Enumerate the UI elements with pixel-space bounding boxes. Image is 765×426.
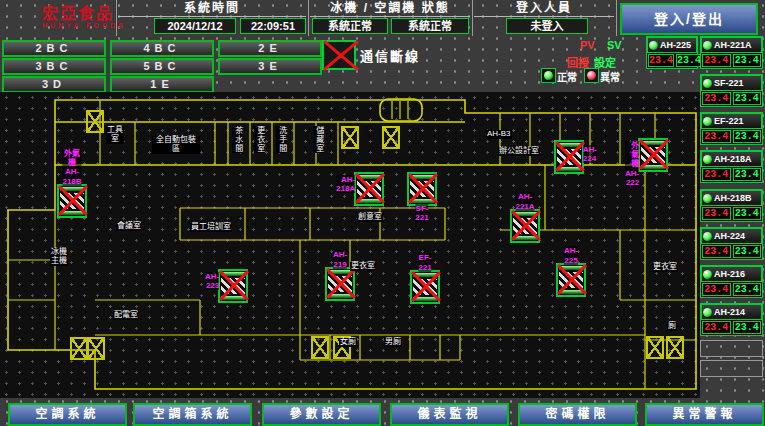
fan-unit-icon-外氣機-AH-218B[interactable]: 外氣機 AH-218B [57,184,87,218]
menu-button-空調系統[interactable]: 空調系統 [8,403,127,426]
floor-button-4BC[interactable]: 4BC [110,40,214,57]
room-label: 洗手間 [276,126,287,153]
unit-values-AH-224: 23.423.4 [700,243,763,260]
fan-unit-icon-AH-225[interactable]: AH-225 [556,263,586,297]
unit-values-EF-221: 23.423.4 [700,128,763,145]
hmi-root: 宏亞食品 HUNYA FOODS 系統時間 2024/12/12 22:09:5… [0,0,765,426]
fan-unit-label: AH-218A [336,175,355,193]
unit-name: AH-218A [714,154,752,164]
unit-pv-value: 23.4 [702,321,731,334]
fan-unit-icon-AH-218A[interactable]: AH-218A [354,172,384,206]
unit-name: AH-214 [714,307,745,317]
floor-button-5BC[interactable]: 5BC [110,58,214,75]
menu-button-異常警報[interactable]: 異常警報 [645,403,764,426]
room-label: 工具 室 [106,126,124,144]
unit-values-AH-225: 23.423.4 [646,52,698,69]
empty-unit-slot [700,340,763,357]
unit-name: AH-225 [660,40,691,50]
room-label: 儲藏室 [313,126,324,153]
system-clock-value: 22:09:51 [240,18,306,34]
menu-button-密碼權限[interactable]: 密碼權限 [518,403,637,426]
fan-unit-label: SF-221 [415,204,428,222]
unit-values-AH-216: 23.423.4 [700,281,763,298]
ahu-status-value: 系統正常 [391,18,469,34]
stairwell-icon [70,337,88,360]
floor-button-1E[interactable]: 1E [110,76,214,93]
system-date-value: 2024/12/12 [154,18,236,34]
unit-pv-value: 23.4 [702,130,731,143]
abnormal-led-label: 異常 [600,69,620,84]
header-divider [308,0,309,36]
unit-name: AH-221A [714,40,752,50]
header-divider [616,0,617,36]
unit-pv-value: 23.4 [702,245,731,258]
unit-status-led-icon [649,41,658,50]
fan-unit-icon-AH-219[interactable]: AH-219 [325,267,355,301]
unit-values-AH-218B: 23.423.4 [700,205,763,222]
fan-unit-label: AH-221A [515,192,534,210]
unit-status-led-icon [703,232,712,241]
floor-button-2BC[interactable]: 2BC [2,40,106,57]
menu-button-空調箱系統[interactable]: 空調箱系統 [133,403,252,426]
floor-button-2E[interactable]: 2E [218,40,322,57]
brand-name-en: HUNYA FOODS [42,22,126,29]
room-label: 配電室 [113,311,139,320]
unit-sv-value: 23.4 [676,54,702,67]
unit-sv-value: 23.4 [733,92,762,105]
fan-unit-icon-外氣機-AH-222[interactable]: 外氣機 AH-222 [638,138,668,172]
menu-button-參數設定[interactable]: 參數設定 [262,403,381,426]
room-label: 辦公設計室 [498,147,540,156]
room-label: 全自動包裝區 [152,136,200,154]
comm-offline-label: 通信斷線 [360,46,420,65]
floor-button-3D[interactable]: 3D [2,76,106,93]
room-label: 創意室 [357,213,383,222]
fan-unit-icon-AH-224[interactable]: AH-224 [554,140,584,174]
login-user-label: 登入人員 [474,1,614,17]
unit-name: SF-221 [714,78,744,88]
room-label: 更衣室 [350,262,376,271]
room-label: 更衣室 [254,126,265,153]
unit-status-led-icon [703,194,712,203]
unit-sv-value: 23.4 [733,321,762,334]
unit-status-led-icon [703,270,712,279]
header-divider [116,0,117,36]
unit-values-SF-221: 23.423.4 [700,90,763,107]
brand-name: 宏亞食品 [42,6,126,22]
unit-sv-value: 23.4 [733,54,762,67]
unit-values-AH-218A: 23.423.4 [700,166,763,183]
unit-sv-value: 23.4 [733,245,762,258]
fan-unit-label: AH-219 [333,250,347,268]
unit-status-led-icon [703,79,712,88]
unit-sv-value: 23.4 [733,168,762,181]
room-label: 茶水間 [232,126,243,153]
unit-pv-value: 23.4 [702,54,731,67]
floor-button-3E[interactable]: 3E [218,58,322,75]
brand-emblem-icon [4,2,38,32]
unit-name: AH-218B [714,193,752,203]
fan-unit-icon-AH-221A[interactable]: AH-221A [510,209,540,243]
menu-button-儀表監視[interactable]: 儀表監視 [390,403,509,426]
fan-unit-icon-AH-223[interactable]: AH-223 [218,269,248,303]
login-logout-button[interactable]: 登入/登出 [620,3,758,35]
unit-name: EF-221 [714,116,744,126]
legend-pv: PV [580,39,595,51]
floor-button-3BC[interactable]: 3BC [2,58,106,75]
unit-values-AH-214: 23.423.4 [700,319,763,336]
unit-status-led-icon [703,117,712,126]
login-status-value: 未登入 [506,18,588,34]
fan-unit-label: AH-223 [205,272,219,290]
stairwell-icon [646,336,664,359]
unit-status-led-icon [703,155,712,164]
chiller-status-value: 系統正常 [312,18,388,34]
unit-pv-value: 23.4 [702,92,731,105]
room-label: 更衣室 [652,263,678,272]
fan-unit-icon-SF-221[interactable]: SF-221 [407,172,437,206]
unit-name: AH-216 [714,269,745,279]
floor-plan: 外氣機 AH-218BAH-218ASF-221AH-224外氣機 AH-222… [0,92,700,398]
fan-unit-icon-EF-221[interactable]: EF-221 [410,270,440,304]
room-label: 男廁 [384,338,402,347]
brand-logo: 宏亞食品 HUNYA FOODS [4,2,126,32]
fan-unit-label: AH-225 [564,246,578,264]
room-label: AH-B3 [486,130,512,139]
unit-sv-value: 23.4 [733,207,762,220]
